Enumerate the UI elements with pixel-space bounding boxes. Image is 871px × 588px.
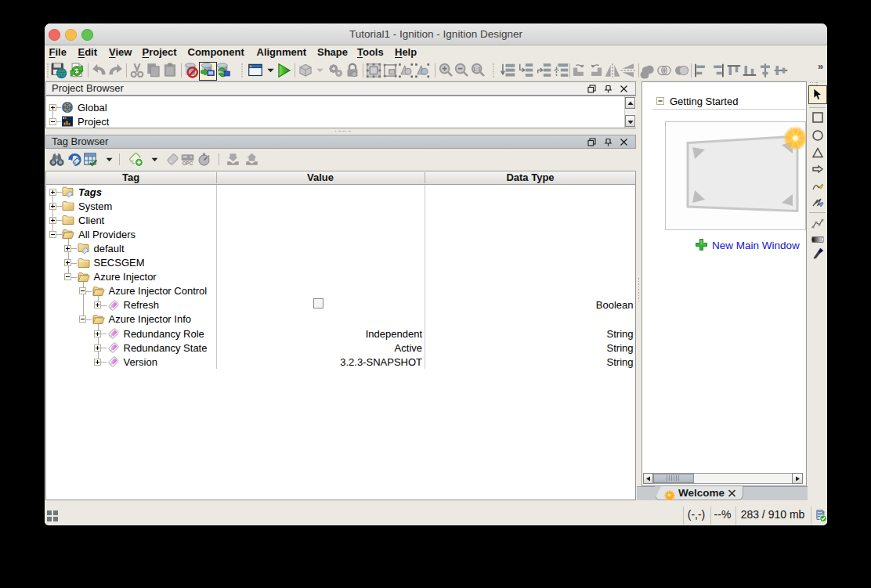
svg-text:OPC: OPC (182, 161, 193, 166)
svg-text:1:1: 1:1 (472, 66, 481, 73)
